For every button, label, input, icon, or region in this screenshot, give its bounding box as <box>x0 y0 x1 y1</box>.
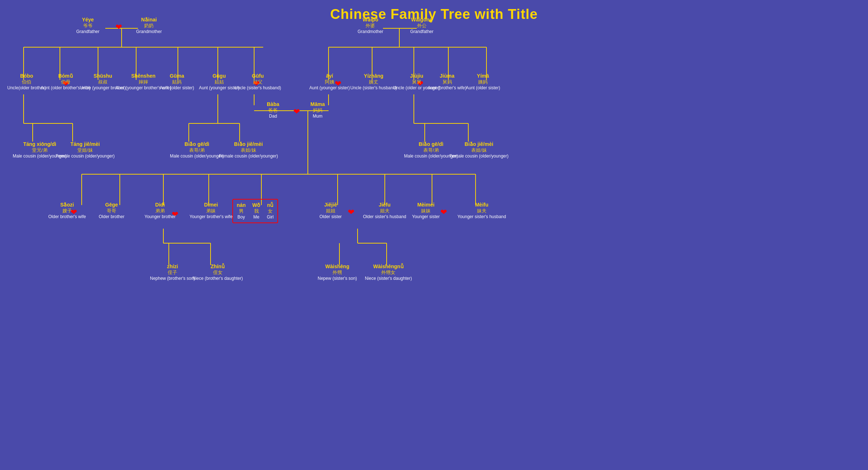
node-meifu: Mèifu 妹夫 Younger sister's husband <box>457 201 506 220</box>
node-gugu: Gūgu 姑姑 Aunt (younger sister) <box>199 73 239 91</box>
node-me-wo: Wǒ 我 Me <box>252 202 260 220</box>
node-bobo: Bóbo 伯伯 Uncle(older brother) <box>7 73 46 91</box>
node-waisheng: Wàishēng 外甥 Nepew (sister's son) <box>318 263 357 282</box>
node-biao-jie-right: Biǎo jiě/mèi 表姐/妹 Female cousin (older/y… <box>449 141 509 159</box>
node-dimei: Dìmei 弟妹 Younger brother's wife <box>190 201 233 220</box>
node-saozi: Sǎozi 嫂子 Older brother's wife <box>48 201 86 220</box>
node-jiefu: Jiěfu 姐夫 Older sister's husband <box>363 201 406 220</box>
node-waipo: Wǎipó 外婆 Grandmother <box>358 16 383 35</box>
node-zhizi: zhízi 侄子 Nephew (brother's son) <box>150 263 195 282</box>
page-title: Chinese Family Tree with Title <box>0 0 868 26</box>
node-yima: Yímā 姨妈 Aunt (older sister) <box>466 73 500 91</box>
node-me-girl: nǚ 女 Girl <box>267 202 274 220</box>
heart-jiejie-jiefu: ❤ <box>348 208 354 217</box>
node-mama: Māma 妈妈 Mum <box>310 101 325 119</box>
node-waigong: Wàigōng 外公 Grandfather <box>410 16 433 35</box>
page: Chinese Family Tree with Title <box>0 0 868 470</box>
node-jiuma: Jiùma 舅妈 Aunt (brother's wife) <box>428 73 466 91</box>
node-zhinu: Zhínǚ 侄女 Niece (brother's daughter) <box>192 263 243 282</box>
heart-yeye-nainai: ❤ <box>115 23 122 32</box>
node-gufu: Gūfu 姑父 Uncle (sister's husband) <box>235 73 281 91</box>
connector-lines <box>0 0 868 470</box>
node-meimei: Mèimei 妹妹 Younger sister <box>412 201 440 220</box>
node-biao-jie-left: Biǎo jiě/mèi 表姐/妹 Female cousin (older/y… <box>219 141 278 159</box>
node-jiejie: Jiějiě 姐姐 Older sister <box>319 201 342 220</box>
heart-baba-mama: ❤ <box>293 107 300 117</box>
node-guma: Gūma 姑妈 Aunt (older sister) <box>160 73 194 91</box>
node-yeye: Yéye 爷爷 Grandfather <box>76 16 99 35</box>
heart-meimei-meifu: ❤ <box>440 208 447 217</box>
node-tang-jie: Táng jiě/mèi 堂姐/妹 Female cousin (older/y… <box>56 141 115 159</box>
me-box: nán 男 Boy Wǒ 我 Me nǚ 女 Girl <box>232 199 278 223</box>
node-gege: Gēge 哥哥 Older brother <box>99 201 125 220</box>
node-baba: Bàba 爸爸 Dad <box>267 101 279 119</box>
node-didi: Didi 弟弟 Younger brother <box>144 201 176 220</box>
node-waishengnv: Wàishēngnǚ 外甥女 Niece (sister's daughter) <box>365 263 412 282</box>
node-me-boy: nán 男 Boy <box>237 202 246 220</box>
node-ayi: āyí 阿姨 Aunt (younger sister) <box>309 73 350 91</box>
node-yizhang: Yízhāng 姨丈 Uncle (sister's husband) <box>350 73 397 91</box>
node-biao-ge-left: Biǎo gē/dì 表哥/弟 Male cousin (older/young… <box>170 141 224 159</box>
node-nainai: Nǎinai 奶奶 Grandmother <box>136 16 162 35</box>
